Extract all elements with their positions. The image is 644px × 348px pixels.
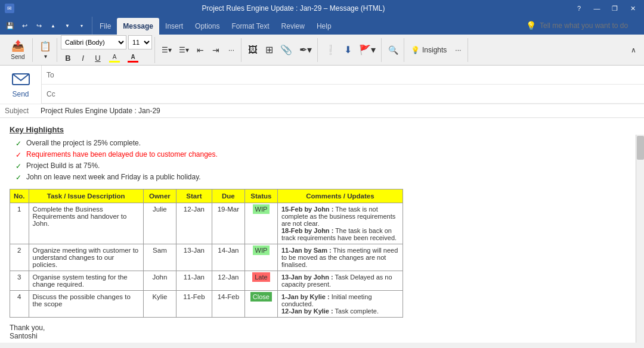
bullet-text-3: Project Build is at 75%. xyxy=(26,161,100,170)
clipboard-icon: 📋 xyxy=(39,41,51,52)
cell-no-1: 1 xyxy=(10,203,29,244)
follow-up-button[interactable]: 🚩▾ xyxy=(356,42,379,58)
cell-comments-2: 11-Jan by Sam : This meeting will need t… xyxy=(277,244,402,271)
subject-label: Subject xyxy=(5,107,41,115)
tab-options[interactable]: Options xyxy=(189,18,225,35)
bullet-list-button[interactable]: ☰▾ xyxy=(159,42,175,58)
attach-button[interactable]: 📎 xyxy=(277,42,295,58)
tab-message[interactable]: Message xyxy=(117,18,159,35)
cell-comments-3: 13-Jan by John : Task Delayed as no capa… xyxy=(277,271,402,291)
underline-button[interactable]: U xyxy=(91,51,105,64)
font-size-select[interactable]: 11 xyxy=(128,35,152,49)
bullet-text-2: Requirements have been delayed due to cu… xyxy=(26,150,218,159)
cell-owner-2: Sam xyxy=(143,244,176,271)
send-group: 📤 Send xyxy=(4,38,33,62)
send-button[interactable]: Send xyxy=(11,71,30,98)
send-ribbon-btn[interactable]: 📤 Send xyxy=(6,38,30,62)
insights-group: 💡 Insights ··· xyxy=(405,38,468,62)
ribbon-collapse-button[interactable]: ∧ xyxy=(626,42,640,58)
cell-comments-1: 15-Feb by John : The task is not complet… xyxy=(277,203,402,244)
signature-button[interactable]: ✒▾ xyxy=(296,42,315,58)
to-input[interactable] xyxy=(82,69,639,82)
low-importance-button[interactable]: ⬇ xyxy=(340,42,355,58)
cell-start-1: 12-Jan xyxy=(176,203,212,244)
cell-due-1: 19-Mar xyxy=(212,203,244,244)
bullet-text-4: John on leave next week and Friday is a … xyxy=(26,173,201,181)
project-table: No. Task / Issue Description Owner Start… xyxy=(10,189,403,318)
italic-button[interactable]: I xyxy=(76,51,90,64)
tab-format-text[interactable]: Format Text xyxy=(225,18,275,35)
customize-quick-btn[interactable]: ▾ xyxy=(75,19,88,32)
to-label: To xyxy=(47,71,82,79)
minimize-button[interactable]: — xyxy=(590,2,603,15)
tab-help[interactable]: Help xyxy=(311,18,338,35)
up-quick-btn[interactable]: ▲ xyxy=(47,19,60,32)
tell-me-input[interactable] xyxy=(540,21,638,30)
close-button[interactable]: ✕ xyxy=(626,2,639,15)
cell-no-4: 4 xyxy=(10,291,29,318)
subject-row: Subject Project Rules Engine Update : Ja… xyxy=(0,104,644,117)
tab-file[interactable]: File xyxy=(94,18,117,35)
list-item: ✓ John on leave next week and Friday is … xyxy=(16,173,634,182)
cell-start-3: 11-Jan xyxy=(176,271,212,291)
cell-status-3: Late xyxy=(244,271,277,291)
font-color-icon: A xyxy=(131,54,135,60)
subject-value: Project Rules Engine Update : Jan-29 xyxy=(41,107,160,115)
cell-no-3: 3 xyxy=(10,271,29,291)
clipboard-group: 📋 ▾ xyxy=(34,38,57,62)
cell-status-4: Close xyxy=(244,291,277,318)
highlight-button[interactable]: A xyxy=(106,51,123,64)
picture-button[interactable]: 🖼 xyxy=(245,42,261,58)
num-list-button[interactable]: ☰▾ xyxy=(176,42,192,58)
cell-owner-3: John xyxy=(143,271,176,291)
paragraph-group: ☰▾ ☰▾ ⇤ ⇥ ··· xyxy=(156,38,242,62)
more-actions-button[interactable]: ··· xyxy=(451,42,465,58)
status-badge-close: Close xyxy=(250,292,272,302)
compose-header: Send To Cc xyxy=(0,66,644,104)
insights-button[interactable]: 💡 Insights xyxy=(408,42,450,58)
cc-row: Cc xyxy=(42,85,644,104)
cell-comments-4: 1-Jan by Kylie : Initial meeting conduct… xyxy=(277,291,402,318)
restore-button[interactable]: ❐ xyxy=(608,2,621,15)
font-family-select[interactable]: Calibri (Body) xyxy=(61,35,126,49)
font-group: Calibri (Body) 11 B I U A A xyxy=(58,37,155,63)
scrollbar-track[interactable] xyxy=(636,135,644,343)
tags-group: ❕ ⬇ 🚩▾ xyxy=(319,38,382,62)
table-row: 2 Organize meeting with customer to unde… xyxy=(10,244,403,271)
list-item: ✓ Overall the project is 25% complete. xyxy=(16,139,634,148)
tab-insert[interactable]: Insert xyxy=(159,18,189,35)
tab-review[interactable]: Review xyxy=(275,18,311,35)
save-quick-btn[interactable]: 💾 xyxy=(4,19,17,32)
table-row: 1 Complete the Business Requirements and… xyxy=(10,203,403,244)
more-paragraph-button[interactable]: ··· xyxy=(224,42,239,58)
col-header-comments: Comments / Updates xyxy=(277,189,402,203)
undo-quick-btn[interactable]: ↩ xyxy=(18,19,31,32)
bold-button[interactable]: B xyxy=(61,51,75,64)
send-label: Send xyxy=(12,90,29,98)
decrease-indent-button[interactable]: ⇤ xyxy=(193,42,208,58)
cc-input[interactable] xyxy=(82,88,639,101)
check-icon-4: ✓ xyxy=(16,173,21,182)
cell-due-3: 12-Jan xyxy=(212,271,244,291)
cell-start-4: 11-Feb xyxy=(176,291,212,318)
help-button[interactable]: ? xyxy=(572,2,586,15)
redo-quick-btn[interactable]: ↪ xyxy=(32,19,45,32)
down-quick-btn[interactable]: ▼ xyxy=(61,19,74,32)
send-button-area[interactable]: Send xyxy=(0,66,42,104)
col-header-task: Task / Issue Description xyxy=(29,189,143,203)
increase-indent-button[interactable]: ⇥ xyxy=(209,42,223,58)
highlight-icon: A xyxy=(113,54,117,60)
clipboard-btn[interactable]: 📋 ▾ xyxy=(36,38,54,62)
compose-area: Send To Cc Subject Project Rules Engine … xyxy=(0,66,644,118)
cell-task-3: Organise system testing for the change r… xyxy=(29,271,143,291)
footer-line-2: Santoshi xyxy=(10,332,634,340)
send-icon: 📤 xyxy=(11,39,24,52)
check-icon-1: ✓ xyxy=(16,139,21,148)
high-importance-button[interactable]: ❕ xyxy=(321,42,339,58)
font-color-button[interactable]: A xyxy=(124,51,142,64)
title-bar-left: ✉ xyxy=(5,4,14,13)
table-button[interactable]: ⊞ xyxy=(262,42,276,58)
scrollbar-thumb[interactable] xyxy=(637,136,644,160)
cell-owner-1: Julie xyxy=(143,203,176,244)
zoom-button[interactable]: 🔍 xyxy=(385,42,401,58)
